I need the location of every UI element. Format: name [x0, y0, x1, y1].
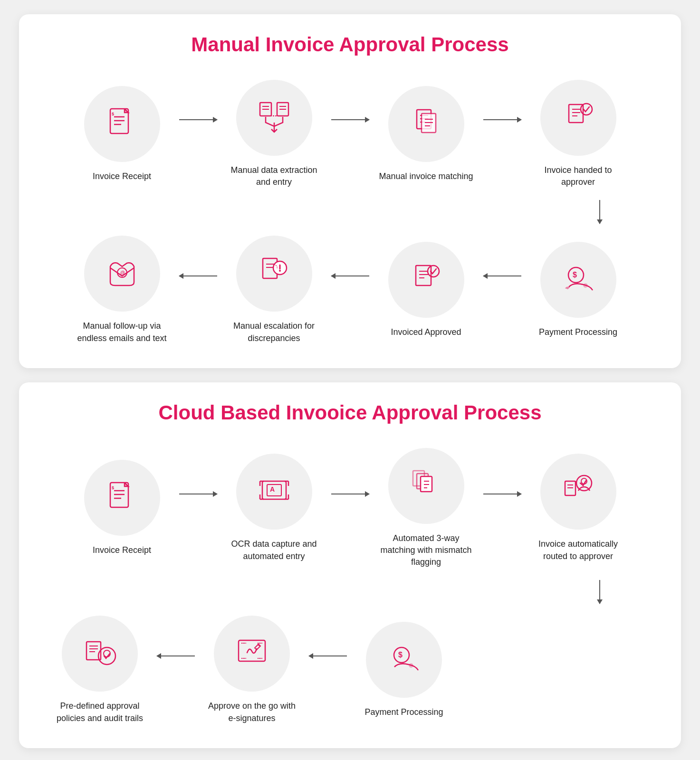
- predefined-approval-label: Pre-defined approval policies and audit …: [52, 700, 147, 724]
- ocr-icon-circle: A: [236, 454, 312, 530]
- audit-icon-circle: [62, 616, 138, 692]
- manual-payment-label: Payment Processing: [539, 326, 617, 338]
- cloud-arrow-down: [48, 580, 652, 604]
- invoice-handed-icon: [559, 99, 597, 137]
- invoice-handed-label: Invoice handed to approver: [531, 164, 626, 188]
- escalation-icon-circle: [236, 236, 312, 312]
- auto-matching-label: Automated 3-way matching with mismatch f…: [379, 532, 474, 569]
- cloud-payment-icon-circle: $: [366, 622, 442, 698]
- ocr-data-capture: A OCR data capture and automated entry: [222, 454, 326, 562]
- esig-icon-circle: [214, 616, 290, 692]
- svg-text:A: A: [270, 485, 275, 493]
- cloud-arrow-v-line: [599, 580, 600, 604]
- arrow-line-1: [179, 119, 217, 120]
- invoiced-approved: Invoiced Approved: [374, 242, 479, 338]
- manual-payment-processing: $ Payment Processing: [526, 242, 631, 338]
- arrow-6: [179, 276, 217, 305]
- payment-icon: $: [559, 261, 597, 299]
- arrow-2: [331, 119, 369, 149]
- svg-text:$: $: [398, 651, 403, 659]
- manual-section-title: Manual Invoice Approval Process: [48, 33, 652, 56]
- arrow-v-1: [599, 200, 600, 224]
- payment-icon-circle: $: [540, 242, 616, 318]
- svg-text:$: $: [112, 485, 114, 490]
- approve-on-go-label: Approve on the go with e-signatures: [204, 700, 299, 724]
- arrow-down-1: [48, 200, 652, 224]
- cloud-arrow-line-4: [309, 656, 347, 656]
- manual-invoice-receipt-label: Invoice Receipt: [93, 171, 151, 182]
- cloud-flow-grid: $ Invoice Receipt: [48, 448, 652, 724]
- manual-data-extraction: Manual data extraction and entry: [222, 80, 326, 188]
- invoice-matching-icon: [407, 105, 445, 143]
- cloud-invoice-receipt-icon-circle: $: [84, 460, 160, 536]
- cloud-arrow-line-1: [179, 494, 217, 494]
- manual-section: Manual Invoice Approval Process $: [19, 14, 681, 368]
- cloud-section: Cloud Based Invooice Approval Process $: [19, 382, 681, 748]
- auto-matching-icon-circle: [388, 448, 464, 524]
- cloud-row-1: $ Invoice Receipt: [48, 448, 652, 569]
- svg-text:$: $: [112, 112, 114, 116]
- svg-point-70: [409, 664, 413, 667]
- invoiced-approved-label: Invoiced Approved: [391, 326, 461, 338]
- svg-point-32: [428, 266, 439, 277]
- manual-escalation-label: Manual escalation for discrepancies: [227, 320, 322, 344]
- escalation-icon: [255, 255, 293, 293]
- manual-flow-grid: $ Invoice Receipt: [48, 80, 652, 344]
- arrow-v-line-1: [599, 200, 600, 224]
- invoice-receipt-icon-circle: $: [84, 86, 160, 162]
- cloud-arrow-v: [599, 580, 600, 604]
- approved-icon: [407, 261, 445, 299]
- cloud-payment-icon: $: [385, 641, 423, 679]
- manual-row-2: $ Payment Processing: [48, 236, 652, 344]
- email-icon-circle: @: [84, 236, 160, 312]
- cloud-arrow-3: [483, 494, 521, 523]
- ocr-icon: A: [255, 473, 293, 511]
- manual-invoice-matching-label: Manual invoice matching: [379, 171, 473, 182]
- approve-on-go: Approve on the go with e-signatures: [200, 616, 304, 724]
- auto-routed-icon-circle: [540, 454, 616, 530]
- invoice-matching-icon-circle: [388, 86, 464, 162]
- manual-escalation: Manual escalation for discrepancies: [222, 236, 326, 344]
- predefined-approval: Pre-defined approval policies and audit …: [48, 616, 152, 724]
- cloud-invoice-receipt: $ Invoice Receipt: [70, 460, 174, 556]
- auto-routed-icon: [559, 473, 597, 511]
- automated-matching: Automated 3-way matching with mismatch f…: [374, 448, 479, 569]
- arrow-4: [483, 276, 521, 305]
- arrow-line-2: [331, 119, 369, 120]
- cloud-payment-label: Payment Processing: [364, 706, 443, 718]
- cloud-arrow-line-3: [483, 494, 521, 494]
- svg-point-27: [584, 284, 587, 287]
- svg-text:$: $: [573, 271, 577, 279]
- data-extraction-icon-circle: [236, 80, 312, 156]
- cloud-arrow-1: [179, 494, 217, 523]
- arrow-3: [483, 119, 521, 149]
- cloud-arrow-4: [309, 656, 347, 685]
- arrow-5: [331, 276, 369, 305]
- data-extraction-icon: [255, 99, 293, 137]
- cloud-invoice-receipt-label: Invoice Receipt: [93, 544, 151, 556]
- cloud-section-title: Cloud Based Invooice Approval Process: [48, 401, 652, 424]
- arrow-line-3: [483, 119, 521, 120]
- manual-followup-label: Manual follow-up via endless emails and …: [75, 320, 170, 344]
- auto-routed-label: Invoice automatically routed to approver: [531, 538, 626, 562]
- page: Manual Invoice Approval Process $: [0, 0, 700, 760]
- invoice-auto-routed: Invoice automatically routed to approver: [526, 454, 631, 562]
- cloud-arrow-line-5: [157, 656, 195, 656]
- svg-point-24: [581, 104, 592, 115]
- svg-text:@: @: [120, 270, 125, 276]
- invoice-handed-icon-circle: [540, 80, 616, 156]
- cloud-row-2: $ Payment Processing: [48, 616, 652, 724]
- manual-invoice-receipt: $ Invoice Receipt: [70, 86, 174, 182]
- svg-point-38: [279, 270, 281, 272]
- cloud-invoice-icon: $: [103, 479, 141, 517]
- ocr-label: OCR data capture and automated entry: [227, 538, 322, 562]
- invoice-handed-approver: Invoice handed to approver: [526, 80, 631, 188]
- arrow-1: [179, 119, 217, 149]
- invoice-icon: $: [103, 105, 141, 143]
- email-icon: @: [103, 255, 141, 293]
- cloud-payment-processing: $ Payment Processing: [352, 622, 456, 718]
- arrow-line-4: [483, 276, 521, 276]
- esig-icon: [233, 635, 271, 673]
- manual-row-1: $ Invoice Receipt: [48, 80, 652, 188]
- cloud-arrow-line-2: [331, 494, 369, 494]
